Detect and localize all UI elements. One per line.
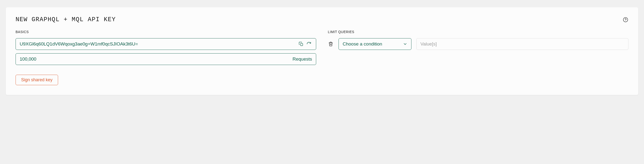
page-title: NEW GRAPHQL + MQL API KEY [16, 16, 116, 23]
svg-rect-2 [300, 44, 303, 46]
requests-input[interactable] [20, 56, 291, 62]
copy-icon [299, 42, 304, 47]
header-row: NEW GRAPHQL + MQL API KEY [16, 16, 628, 23]
api-key-card: NEW GRAPHQL + MQL API KEY BASICS [6, 7, 638, 95]
columns: BASICS Requests [16, 30, 628, 85]
svg-point-1 [625, 21, 626, 21]
value-input[interactable] [416, 38, 628, 50]
sign-shared-key-button[interactable]: Sign shared key [16, 75, 58, 85]
basics-label: BASICS [16, 30, 316, 34]
limit-column: LIMIT QUERIES Choose a condition [328, 30, 628, 85]
basics-column: BASICS Requests [16, 30, 316, 85]
limit-label: LIMIT QUERIES [328, 30, 628, 34]
regenerate-button[interactable] [306, 41, 312, 47]
requests-field-wrapper: Requests [16, 53, 316, 65]
help-icon [623, 17, 628, 22]
refresh-icon [306, 42, 311, 47]
chevron-down-icon [403, 42, 407, 46]
requests-suffix-label: Requests [292, 56, 312, 62]
condition-select-label: Choose a condition [343, 41, 382, 47]
delete-condition-button[interactable] [328, 41, 334, 47]
query-row: Choose a condition [328, 38, 628, 50]
api-key-input[interactable] [20, 41, 296, 47]
copy-button[interactable] [298, 41, 304, 47]
trash-icon [328, 42, 333, 47]
condition-select[interactable]: Choose a condition [338, 38, 412, 50]
api-key-field-wrapper [16, 38, 316, 50]
svg-point-0 [623, 17, 628, 22]
help-button[interactable] [622, 17, 628, 23]
